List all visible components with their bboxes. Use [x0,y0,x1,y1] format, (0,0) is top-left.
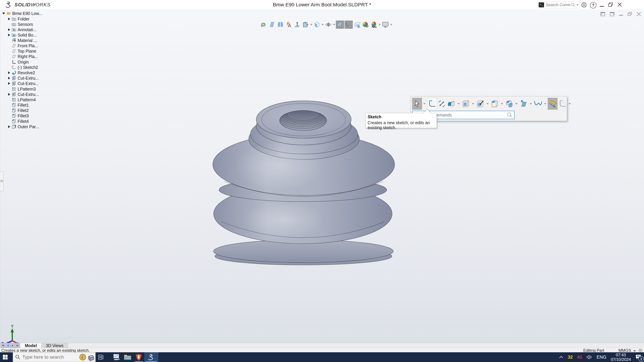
hide-show-items-button[interactable] [324,21,332,28]
pane-collapse-tab[interactable] [0,172,3,191]
expand-arrow-icon[interactable] [7,82,11,85]
tree-item-front-plane[interactable]: Front Pla... [7,43,38,48]
select-dropdown-icon[interactable] [423,103,426,105]
file-explorer-button[interactable] [122,352,133,362]
last-tab-button[interactable] [15,344,20,348]
restore-button[interactable] [608,2,613,7]
task-manager-button[interactable] [111,352,122,362]
temp-monitor-2[interactable]: 41 [577,355,582,360]
expand-arrow-icon[interactable] [7,93,11,96]
scene-dropdown-icon[interactable] [378,24,381,25]
prev-tab-button[interactable] [6,344,10,348]
tree-item-fillet1[interactable]: Fillet1 [7,102,29,108]
units-selector[interactable]: MMGS [618,348,643,353]
fillet-dropdown-icon[interactable] [501,103,503,105]
tree-root[interactable]: Bmw E90 Low... [2,11,42,16]
extruded-boss-dropdown-icon[interactable] [458,103,460,105]
hide-show-dropdown-icon[interactable] [333,24,335,25]
minimize-button[interactable] [600,6,604,7]
tree-item-fillet3[interactable]: Fillet3 [7,113,29,118]
fillet-button[interactable] [490,98,500,109]
temp-monitor-1[interactable]: 32 [568,355,573,360]
feature-pattern-dropdown-icon[interactable] [515,103,518,105]
spline-dropdown-icon[interactable] [544,103,546,105]
tree-item-sensors[interactable]: Sensors [7,22,33,27]
measure-button[interactable] [260,21,268,28]
expand-arrow-icon[interactable] [7,125,11,128]
display-style-button[interactable] [313,21,321,28]
expand-arrow-icon[interactable] [7,34,11,36]
notification-center-button[interactable]: 3 [635,354,641,360]
hole-wizard-button[interactable] [476,98,485,109]
tree-item-sketch2[interactable]: (-) Sketch2 [7,65,38,70]
tree-item-material[interactable]: Material ... [7,38,37,43]
command-search[interactable]: >_ [538,1,580,8]
edit-appearance-button[interactable] [362,21,370,28]
tree-item-top-plane[interactable]: Top Plane [7,48,36,54]
feature-pattern-button[interactable] [504,98,514,109]
normal-to-button[interactable] [293,21,301,28]
custom-properties-tag-icon[interactable] [638,349,643,353]
expand-arrow-icon[interactable] [7,17,11,20]
tab-model[interactable]: Model [20,343,42,348]
extruded-boss-button[interactable] [447,98,456,109]
view-sketch-relations-button[interactable] [353,21,361,28]
expand-arrow-icon[interactable] [7,71,11,74]
start-button[interactable] [0,352,10,362]
menu-expand-arrow-icon[interactable] [33,3,36,6]
reference-geometry-dropdown-icon[interactable] [530,103,532,105]
taskbar-search[interactable] [13,352,96,362]
view-settings-button[interactable] [382,21,389,28]
next-tab-button[interactable] [10,344,15,348]
show-left-pane-icon[interactable] [600,12,605,16]
show-right-pane-icon[interactable] [610,12,615,16]
tree-item-annotations[interactable]: Annotati... [7,27,36,32]
zoom-to-fit-button[interactable] [302,21,310,28]
tree-item-lpattern3[interactable]: LPattern3 [7,86,36,92]
tab-3d-views[interactable]: 3D Views [42,343,68,348]
tree-item-folder[interactable]: Folder [7,16,30,22]
tree-item-solid-bodies[interactable]: Solid Bo... [7,32,37,38]
select-button[interactable] [412,98,422,110]
graphics-viewport[interactable]: Bmw E90 Low... Folder Sensors Annotati..… [0,9,644,343]
language-indicator[interactable]: ENG [596,355,606,360]
tray-expand-chevron-icon[interactable] [559,356,563,359]
tree-item-fillet4[interactable]: Fillet4 [7,119,29,124]
dimension-button[interactable] [548,98,558,110]
apply-scene-button[interactable] [370,21,378,28]
tree-item-lpattern4[interactable]: LPattern4 [7,97,36,102]
smart-dimension-button[interactable] [437,98,446,109]
section-view-button[interactable] [268,21,276,28]
solidworks-logo[interactable]: SOLIDWORKS [5,2,50,8]
tree-item-cut-extrude2[interactable]: Cut-Extru... [7,81,39,86]
zoom-dropdown-icon[interactable] [310,24,312,25]
spline-button[interactable] [533,98,543,109]
tree-item-cut-extrude1[interactable]: Cut-Extru... [7,75,39,81]
extruded-cut-dropdown-icon[interactable] [472,103,474,105]
command-search-input[interactable] [546,2,571,7]
tree-item-fillet2[interactable]: Fillet2 [7,108,29,113]
tree-item-cut-extrude3[interactable]: Cut-Extru... [7,92,39,97]
tree-item-outer-part[interactable]: Outer Par... [7,124,39,129]
sketch-corner-button[interactable] [558,98,567,109]
doc-close-icon[interactable] [636,12,641,16]
extruded-cut-button[interactable] [461,98,470,109]
sketch-corner-dropdown-icon[interactable] [568,103,571,105]
hide-show-annotations-button[interactable] [285,21,293,28]
sketch-button[interactable] [427,98,437,110]
help-button[interactable]: ? [590,2,596,8]
tree-item-origin[interactable]: Origin [7,59,29,65]
brave-browser-button[interactable] [133,352,144,362]
search-dropdown-icon[interactable] [576,4,579,6]
tree-item-right-plane[interactable]: Right Pla... [7,54,38,59]
view-planes-toggle[interactable] [336,21,344,29]
tree-item-revolve2[interactable]: Revolve2 [7,70,35,75]
view-settings-dropdown-icon[interactable] [390,24,392,25]
hole-wizard-dropdown-icon[interactable] [486,103,489,105]
taskbar-search-input[interactable] [22,354,79,360]
first-tab-button[interactable] [1,344,5,348]
taskbar-clock[interactable]: 07:43 07/10/2024 [611,353,631,362]
view-sketches-toggle[interactable] [345,21,353,29]
collapse-arrow-icon[interactable] [2,12,6,14]
reference-geometry-button[interactable] [519,98,528,109]
